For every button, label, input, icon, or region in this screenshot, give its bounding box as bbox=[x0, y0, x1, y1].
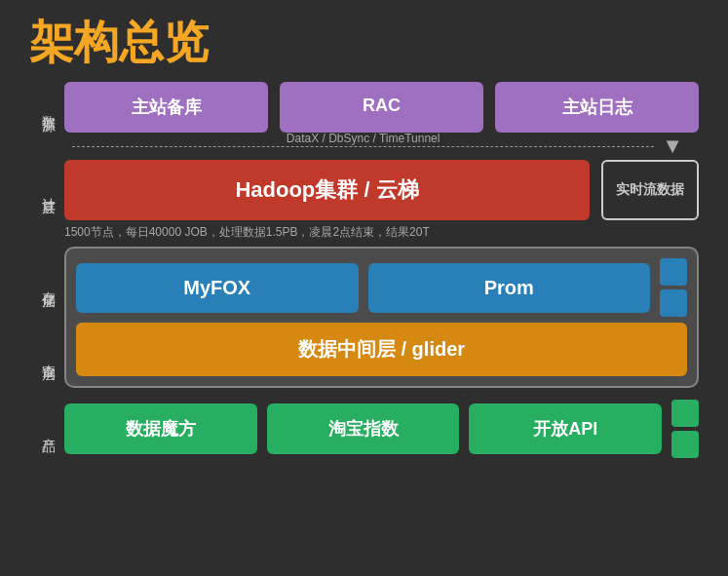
hadoop-box: Hadoop集群 / 云梯 bbox=[64, 160, 590, 220]
open-api-box: 开放API bbox=[469, 403, 662, 454]
realtime-box: 实时流数据 bbox=[601, 160, 699, 220]
arrow-container: DataX / DbSync / TimeTunnel ▼ bbox=[29, 133, 699, 160]
product-layer: 产品 数据魔方 淘宝指数 开放API bbox=[29, 400, 699, 458]
taobao-index-box: 淘宝指数 bbox=[267, 403, 460, 454]
data-cube-box: 数据魔方 bbox=[64, 403, 257, 454]
green-small-2 bbox=[671, 431, 699, 458]
query-label: 查询层 bbox=[29, 321, 57, 395]
compute-label: 计算层 bbox=[29, 187, 57, 193]
blue-small-boxes bbox=[660, 258, 687, 317]
page-title: 架构总览 bbox=[29, 19, 699, 64]
data-source-boxes: 主站备库 RAC 主站日志 bbox=[64, 82, 699, 133]
blue-small-1 bbox=[660, 258, 687, 286]
compute-boxes: Hadoop集群 / 云梯 实时流数据 bbox=[64, 160, 699, 220]
green-small-1 bbox=[671, 400, 699, 427]
rac-box: RAC bbox=[280, 82, 483, 133]
prom-box: Prom bbox=[368, 263, 651, 313]
blue-small-2 bbox=[660, 289, 687, 317]
data-source-label: 数据源 bbox=[29, 104, 57, 110]
compute-content: Hadoop集群 / 云梯 实时流数据 bbox=[64, 160, 699, 220]
arrow-main: DataX / DbSync / TimeTunnel ▼ bbox=[64, 133, 699, 160]
data-source-content: 主站备库 RAC 主站日志 bbox=[64, 82, 699, 133]
down-arrow-right: ▼ bbox=[662, 134, 683, 159]
product-label: 产品 bbox=[29, 427, 57, 431]
main-backup-box: 主站备库 bbox=[64, 82, 268, 133]
storage-query-container: MyFOX Prom 数据中间层 / glider bbox=[64, 247, 699, 388]
compute-subtitle: 1500节点，每日40000 JOB，处理数据1.5PB，凌晨2点结束，结果20… bbox=[29, 224, 699, 241]
product-boxes: 数据魔方 淘宝指数 开放API bbox=[64, 400, 699, 458]
storage-boxes: MyFOX Prom bbox=[76, 258, 687, 317]
storage-label: 存储层 bbox=[29, 247, 57, 321]
architecture-diagram: 数据源 主站备库 RAC 主站日志 DataX / DbSync / TimeT… bbox=[29, 82, 699, 458]
data-source-layer: 数据源 主站备库 RAC 主站日志 bbox=[29, 82, 699, 133]
main-log-box: 主站日志 bbox=[495, 82, 699, 133]
green-small-boxes bbox=[671, 400, 699, 458]
query-box: 数据中间层 / glider bbox=[76, 323, 687, 376]
myfox-box: MyFOX bbox=[76, 263, 359, 313]
storage-query-section: 存储层 查询层 MyFOX Prom 数据中间层 / glider bbox=[29, 247, 699, 394]
compute-layer: 计算层 Hadoop集群 / 云梯 实时流数据 bbox=[29, 160, 699, 220]
architecture-overview: 架构总览 数据源 主站备库 RAC 主站日志 DataX / DbSync / … bbox=[0, 0, 728, 576]
arrow-label: DataX / DbSync / TimeTunnel bbox=[287, 132, 441, 145]
